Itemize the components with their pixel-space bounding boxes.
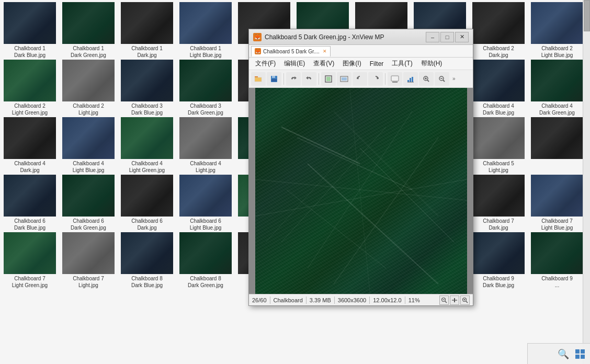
list-item[interactable]: Chalkboard 4Dark.jpg [2,117,58,174]
svg-rect-0 [255,76,258,77]
toolbar-btn-undo[interactable] [286,72,301,86]
tab-item[interactable]: 🦊 Chalkboard 5 Dark Gr.... ✕ [251,46,331,56]
thumbnail-image [62,175,115,217]
list-item[interactable]: Chalkboard 6Dark Blue.jpg [2,175,58,231]
svg-line-26 [334,111,438,216]
maximize-button[interactable]: □ [440,32,454,42]
list-item[interactable]: Chalkboard 8Dark Blue.jpg [119,232,175,289]
svg-line-31 [308,111,412,268]
thumbnail-label: Chalkboard 1Dark Green.jpg [61,45,116,59]
menu-filter[interactable]: Filter [366,58,388,70]
close-button[interactable]: ✕ [455,32,469,42]
svg-rect-1 [255,77,262,82]
list-item[interactable]: Chalkboard 4Dark Blue.jpg [471,60,526,116]
toolbar-btn-display[interactable] [388,72,402,86]
zoom-in-btn[interactable] [460,295,470,305]
zoom-out-btn[interactable] [439,295,449,305]
list-item[interactable]: Chalkboard 7Light Blue.jpg [529,175,585,231]
list-item[interactable]: Chalkboard 4Light Green.jpg [119,117,175,174]
svg-rect-46 [575,349,580,354]
thumbnail-label: Chalkboard 8Dark Blue.jpg [119,275,175,289]
toolbar-btn-save[interactable] [267,72,281,86]
list-item[interactable]: Chalkboard 6Dark.jpg [119,175,175,231]
thumbnail-label: Chalkboard 7Light Green.jpg [2,275,58,289]
thumbnail-label: Chalkboard 8Dark Green.jpg [178,275,233,289]
thumbnail-label: Chalkboard 2Light Green.jpg [2,103,58,116]
toolbar-btn-zoom-out[interactable] [435,72,449,86]
minimize-button[interactable]: – [426,32,439,42]
chalkboard-texture [255,88,467,294]
scrollbar-thumb[interactable] [584,0,590,31]
toolbar-btn-fullscreen[interactable] [321,72,336,86]
window-title: Chalkboard 5 Dark Green.jpg - XnView MP [265,33,423,41]
menu-help[interactable]: 帮助(H) [417,58,447,70]
toolbar-separator-2 [319,73,319,85]
svg-rect-6 [326,77,331,81]
scrollbar[interactable] [583,0,590,364]
svg-line-35 [255,179,467,216]
toolbar-btn-open[interactable] [251,72,266,86]
thumbnail-image [472,2,525,44]
list-item[interactable]: Chalkboard 1Dark Blue.jpg [2,2,58,59]
list-item[interactable]: Chalkboard 7Dark.jpg [471,175,526,231]
menu-file[interactable]: 文件(F) [251,58,280,70]
list-item[interactable]: Chalkboard 8Dark Green.jpg [178,232,233,289]
tab-close-btn[interactable]: ✕ [323,49,327,54]
list-item[interactable]: Chalkboard 4Light Blue.jpg [61,117,116,174]
toolbar-btn-fit[interactable] [337,72,351,86]
toolbar-btn-rotate-left[interactable] [353,72,367,86]
menu-image[interactable]: 图像(I) [338,58,365,70]
thumbnail-image [179,2,232,44]
thumbnail-label: Chalkboard 2Light.jpg [61,103,116,116]
list-item[interactable]: Chalkboard 6Light Blue.jpg [178,175,233,231]
thumbnail-image [121,175,173,217]
zoom-controls [439,295,470,305]
tab-label: Chalkboard 5 Dark Gr.... [263,49,320,54]
list-item[interactable]: Chalkboard 9Dark Blue.jpg [471,232,526,289]
svg-line-32 [281,127,386,242]
thumbnail-label: Chalkboard 2Dark.jpg [471,45,526,59]
list-item[interactable]: Chalkboard 7Light.jpg [61,232,116,289]
list-item[interactable]: Chalkboard 2Dark.jpg [471,2,526,59]
svg-rect-4 [271,79,277,82]
list-item[interactable]: Chalkboard 1Light Blue.jpg [178,2,233,59]
list-item[interactable]: Chalkboard 2Light Green.jpg [2,60,58,116]
status-separator-5 [405,297,405,304]
svg-line-28 [287,190,386,268]
svg-rect-49 [581,355,585,359]
thumbnail-label: Chalkboard 1Dark Blue.jpg [2,45,58,59]
list-item[interactable]: Chalkboard 3Dark Blue.jpg [119,60,175,116]
toolbar-btn-histogram[interactable] [403,72,418,86]
toolbar-btn-rotate-right[interactable] [368,72,383,86]
list-item[interactable]: Chalkboard 2Light Blue.jpg [529,2,585,59]
thumbnail-image [62,60,115,101]
main-image [255,88,467,294]
list-item[interactable]: Chalkboard 6Dark Green.jpg [61,175,116,231]
menu-edit[interactable]: 编辑(E) [280,58,309,70]
svg-rect-8 [342,77,347,81]
list-item[interactable]: Chalkboard 7Light Green.jpg [2,232,58,289]
menu-tools[interactable]: 工具(T) [388,58,416,70]
toolbar-btn-zoom-in[interactable] [419,72,434,86]
list-item[interactable]: Chalkboard 3Dark Green.jpg [178,60,233,116]
window-titlebar: 🦊 Chalkboard 5 Dark Green.jpg - XnView M… [249,29,473,45]
taskbar-search-icon[interactable]: 🔍 [555,346,571,362]
thumbnail-image [4,175,56,217]
thumbnail-image [179,60,232,101]
thumbnail-image [4,232,56,274]
list-item[interactable]: Chalkboard 1Dark.jpg [119,2,175,59]
thumbnail-label: Chalkboard 4Dark Blue.jpg [471,103,526,116]
taskbar-grid-icon[interactable] [572,346,588,362]
list-item[interactable]: Chalkboard 5Light.jpg [471,117,526,174]
list-item[interactable] [529,117,585,174]
menu-view[interactable]: 查看(V) [309,58,338,70]
toolbar-btn-redo[interactable] [302,72,316,86]
toolbar-more[interactable]: » [450,76,458,82]
zoom-slider-btn[interactable] [450,295,459,305]
list-item[interactable]: Chalkboard 1Dark Green.jpg [61,2,116,59]
thumbnail-image [179,117,232,159]
list-item[interactable]: Chalkboard 2Light.jpg [61,60,116,116]
list-item[interactable]: Chalkboard 4Dark Green.jpg [529,60,585,116]
list-item[interactable]: Chalkboard 4Light.jpg [178,117,233,174]
list-item[interactable]: Chalkboard 9... [529,232,585,289]
